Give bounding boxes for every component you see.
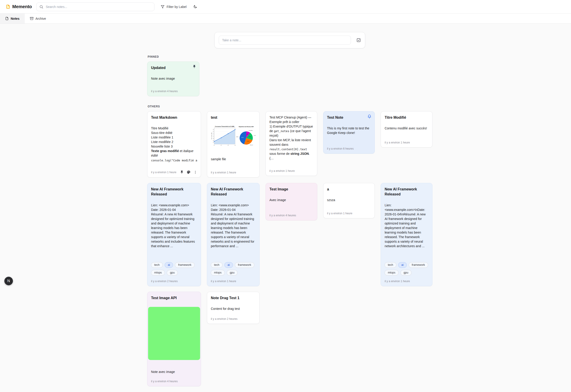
svg-text:Q3: Q3 bbox=[228, 145, 229, 146]
note-card[interactable]: New AI Framework ReleasedLien: <www.exam… bbox=[381, 183, 432, 286]
note-title: Updated bbox=[151, 65, 196, 70]
search-input[interactable] bbox=[36, 2, 155, 11]
note-body: Note avec image bbox=[151, 370, 197, 374]
note-attachment-image bbox=[148, 307, 200, 360]
filter-by-label-button[interactable]: Filter by Label bbox=[159, 4, 188, 10]
note-card[interactable]: Test ImageAvec imageil y a environ 4 heu… bbox=[266, 183, 317, 220]
tag-gpu[interactable]: gpu bbox=[227, 270, 238, 276]
app-header: Memento Filter by Label bbox=[0, 0, 571, 14]
bell-icon[interactable] bbox=[367, 114, 371, 120]
note-timestamp: il y a environ 4 heures bbox=[269, 214, 314, 217]
svg-text:Q2: Q2 bbox=[221, 145, 222, 146]
note-timestamp: il y a environ 2 heures bbox=[211, 317, 256, 321]
note-timestamp: il y a environ 1 heure bbox=[269, 169, 314, 172]
note-footer: il y a environ 1 heure bbox=[269, 167, 314, 172]
pin-icon[interactable] bbox=[180, 170, 184, 174]
tag-tech[interactable]: tech bbox=[385, 262, 396, 268]
note-timestamp: il y a environ 6 heures bbox=[327, 147, 371, 150]
note-footer: il y a environ 1 heure bbox=[151, 168, 197, 174]
tag-ai[interactable]: ai bbox=[165, 262, 173, 268]
note-timestamp: il y a environ 1 heure bbox=[211, 171, 256, 174]
note-body: Lien: <www.example.com>\nDate: 2026-01-0… bbox=[385, 203, 428, 248]
dark-mode-toggle[interactable] bbox=[192, 3, 199, 10]
note-title: New AI Framework Released bbox=[211, 187, 256, 197]
note-body: Lien: <www.example.com> Date: 2026-01-04… bbox=[211, 203, 256, 248]
tag-mlops[interactable]: mlops bbox=[385, 270, 398, 276]
note-title: Test Note bbox=[327, 115, 371, 120]
tag-framework[interactable]: framework bbox=[175, 262, 194, 268]
svg-text:Chiffre d'affaires (M€): Chiffre d'affaires (M€) bbox=[211, 133, 212, 139]
note-card[interactable]: New AI Framework ReleasedLien: <www.exam… bbox=[207, 183, 260, 286]
note-title: Test Image API bbox=[151, 295, 197, 301]
svg-text:44: 44 bbox=[213, 142, 214, 143]
note-timestamp: il y a environ 1 heure bbox=[327, 212, 371, 215]
note-footer: il y a environ 2 heures bbox=[151, 277, 197, 283]
note-timestamp: il y a environ 1 heure bbox=[385, 280, 428, 283]
note-footer: il y a environ 4 heures bbox=[151, 87, 196, 93]
tag-mlops[interactable]: mlops bbox=[151, 270, 165, 276]
new-checklist-button[interactable] bbox=[356, 38, 361, 42]
archive-icon bbox=[30, 17, 33, 20]
palette-icon[interactable] bbox=[187, 170, 191, 174]
note-tags: techaiframeworkmlopsgpu bbox=[385, 260, 428, 276]
note-card[interactable]: Test Image APINote avec imageil y a envi… bbox=[147, 292, 201, 386]
tab-archive[interactable]: Archive bbox=[25, 14, 51, 23]
note-body: Titre Modifié Sous-titre édité Liste mod… bbox=[151, 126, 197, 162]
svg-text:50: 50 bbox=[213, 137, 214, 138]
note-footer: il y a environ 4 heures bbox=[269, 211, 314, 217]
note-card[interactable]: New AI Framework ReleasedLien: <www.exam… bbox=[147, 183, 201, 286]
note-card[interactable]: Test MarkdownTitre Modifié Sous-titre éd… bbox=[147, 111, 201, 178]
note-card[interactable]: Note Drag Test 1Content for drag testil … bbox=[207, 292, 260, 324]
tag-framework[interactable]: framework bbox=[409, 262, 428, 268]
tag-tech[interactable]: tech bbox=[211, 262, 223, 268]
others-notes-grid: Test MarkdownTitre Modifié Sous-titre éd… bbox=[147, 111, 432, 386]
more-options-icon[interactable] bbox=[194, 170, 197, 174]
tag-ai[interactable]: ai bbox=[224, 262, 233, 268]
tag-framework[interactable]: framework bbox=[235, 262, 254, 268]
take-a-note-input[interactable] bbox=[219, 36, 351, 45]
note-footer: il y a environ 6 heures bbox=[327, 144, 371, 150]
pin-icon[interactable] bbox=[192, 65, 196, 70]
note-footer: il y a environ 1 heure bbox=[385, 277, 428, 283]
take-a-note-composer[interactable] bbox=[214, 32, 365, 48]
note-title: New AI Framework Released bbox=[385, 187, 428, 197]
note-body: Lien: <www.example.com> Date: 2026-01-04… bbox=[151, 203, 197, 248]
note-card[interactable]: Test NoteThis is my first note to test t… bbox=[323, 111, 375, 154]
note-card[interactable]: Titre ModifiéContenu modifié avec succès… bbox=[381, 111, 432, 148]
tab-bar: Notes Archive bbox=[0, 14, 571, 24]
tab-archive-label: Archive bbox=[35, 17, 46, 20]
tag-mlops[interactable]: mlops bbox=[211, 270, 225, 276]
note-timestamp: il y a environ 1 heure bbox=[385, 141, 428, 144]
funnel-icon bbox=[161, 5, 164, 9]
tab-notes-label: Notes bbox=[11, 17, 20, 20]
svg-text:Licences: Licences bbox=[254, 135, 256, 136]
note-body: Test MCP Cleanup (Agent) — Exemple prêt … bbox=[269, 115, 314, 160]
svg-text:Services: Services bbox=[250, 145, 253, 146]
note-body: Avec image bbox=[269, 198, 314, 202]
tag-ai[interactable]: ai bbox=[398, 262, 407, 268]
note-title: Test Markdown bbox=[151, 115, 197, 120]
app-title: Memento bbox=[12, 4, 32, 9]
svg-text:Q1: Q1 bbox=[214, 145, 215, 146]
tag-gpu[interactable]: gpu bbox=[167, 270, 178, 276]
tab-notes[interactable]: Notes bbox=[0, 14, 25, 23]
filter-by-label-text: Filter by Label bbox=[167, 5, 186, 9]
floating-n-badge[interactable]: N bbox=[4, 277, 13, 285]
note-file-icon bbox=[5, 17, 9, 20]
checkbox-icon bbox=[356, 38, 361, 42]
svg-text:56: 56 bbox=[213, 131, 214, 132]
note-body: This is my first note to test the Google… bbox=[327, 126, 371, 135]
svg-text:Croissance Trimestrielle du CA: Croissance Trimestrielle du CA (M€) bbox=[215, 126, 235, 127]
note-card[interactable]: testCroissance Trimestrielle du CA (M€)4… bbox=[207, 111, 260, 178]
tag-tech[interactable]: tech bbox=[151, 262, 163, 268]
note-card[interactable]: aszszail y a environ 1 heure bbox=[323, 183, 375, 218]
note-footer: il y a environ 1 heure bbox=[385, 138, 428, 144]
svg-text:Produits: Produits bbox=[236, 136, 239, 137]
tag-gpu[interactable]: gpu bbox=[400, 270, 412, 276]
note-title: test bbox=[211, 115, 256, 120]
note-footer: il y a environ 1 heure bbox=[211, 168, 256, 174]
main-content: PINNED UpdatedNote avec imageil y a envi… bbox=[147, 24, 432, 386]
svg-text:48: 48 bbox=[213, 139, 214, 139]
note-card[interactable]: Test MCP Cleanup (Agent) — Exemple prêt … bbox=[266, 111, 317, 176]
note-card[interactable]: UpdatedNote avec imageil y a environ 4 h… bbox=[147, 61, 200, 96]
